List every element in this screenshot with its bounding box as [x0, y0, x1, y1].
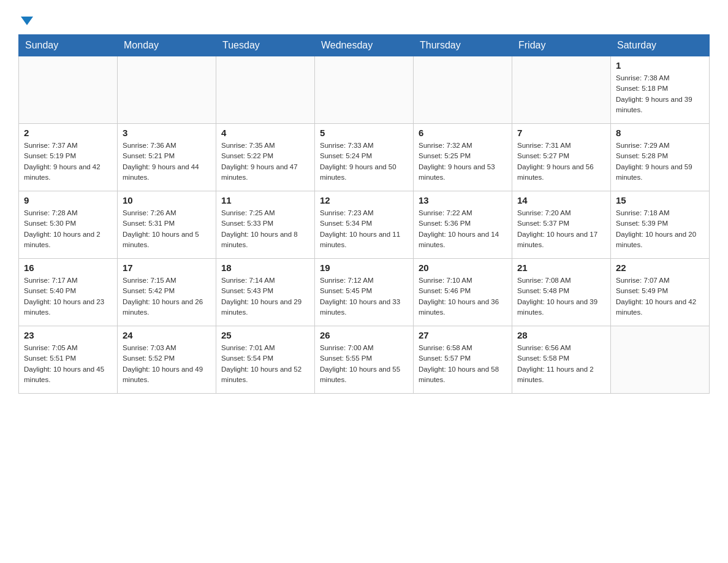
- calendar-cell: 25Sunrise: 7:01 AMSunset: 5:54 PMDayligh…: [216, 326, 315, 394]
- calendar-cell: [19, 56, 118, 124]
- day-number: 13: [419, 195, 507, 205]
- calendar-cell: 12Sunrise: 7:23 AMSunset: 5:34 PMDayligh…: [315, 191, 414, 259]
- calendar-cell: 22Sunrise: 7:07 AMSunset: 5:49 PMDayligh…: [611, 259, 710, 326]
- day-info: Sunrise: 7:33 AMSunset: 5:24 PMDaylight:…: [320, 140, 408, 183]
- day-number: 3: [123, 128, 211, 138]
- week-row-3: 9Sunrise: 7:28 AMSunset: 5:30 PMDaylight…: [19, 191, 710, 259]
- day-info: Sunrise: 7:22 AMSunset: 5:36 PMDaylight:…: [419, 208, 507, 250]
- logo: [18, 12, 33, 28]
- day-info: Sunrise: 7:17 AMSunset: 5:40 PMDaylight:…: [24, 275, 112, 318]
- calendar-cell: [216, 56, 315, 124]
- weekday-header-wednesday: Wednesday: [315, 35, 414, 56]
- day-number: 10: [123, 195, 211, 205]
- calendar-cell: 5Sunrise: 7:33 AMSunset: 5:24 PMDaylight…: [315, 124, 414, 191]
- calendar-cell: 21Sunrise: 7:08 AMSunset: 5:48 PMDayligh…: [512, 259, 611, 326]
- day-number: 11: [221, 195, 309, 205]
- day-info: Sunrise: 7:14 AMSunset: 5:43 PMDaylight:…: [221, 275, 309, 318]
- day-info: Sunrise: 7:00 AMSunset: 5:55 PMDaylight:…: [320, 343, 408, 385]
- calendar-cell: 2Sunrise: 7:37 AMSunset: 5:19 PMDaylight…: [19, 124, 118, 191]
- calendar-cell: 18Sunrise: 7:14 AMSunset: 5:43 PMDayligh…: [216, 259, 315, 326]
- day-info: Sunrise: 7:07 AMSunset: 5:49 PMDaylight:…: [616, 275, 704, 318]
- calendar-cell: 1Sunrise: 7:38 AMSunset: 5:18 PMDaylight…: [611, 56, 710, 124]
- day-number: 16: [24, 262, 112, 273]
- day-info: Sunrise: 7:23 AMSunset: 5:34 PMDaylight:…: [320, 208, 408, 250]
- page-header: [18, 12, 710, 28]
- calendar-cell: 14Sunrise: 7:20 AMSunset: 5:37 PMDayligh…: [512, 191, 611, 259]
- day-number: 27: [419, 330, 507, 340]
- day-number: 17: [123, 262, 211, 273]
- day-number: 14: [517, 195, 605, 205]
- weekday-header-row: SundayMondayTuesdayWednesdayThursdayFrid…: [19, 35, 710, 56]
- day-number: 19: [320, 262, 408, 273]
- calendar-cell: 15Sunrise: 7:18 AMSunset: 5:39 PMDayligh…: [611, 191, 710, 259]
- calendar-cell: 24Sunrise: 7:03 AMSunset: 5:52 PMDayligh…: [118, 326, 216, 394]
- weekday-header-sunday: Sunday: [19, 35, 118, 56]
- calendar-cell: 3Sunrise: 7:36 AMSunset: 5:21 PMDaylight…: [118, 124, 216, 191]
- calendar-cell: 28Sunrise: 6:56 AMSunset: 5:58 PMDayligh…: [512, 326, 611, 394]
- day-number: 21: [517, 262, 605, 273]
- day-number: 5: [320, 128, 408, 138]
- calendar-cell: 26Sunrise: 7:00 AMSunset: 5:55 PMDayligh…: [315, 326, 414, 394]
- day-info: Sunrise: 6:56 AMSunset: 5:58 PMDaylight:…: [517, 343, 605, 385]
- day-number: 24: [123, 330, 211, 340]
- day-info: Sunrise: 7:32 AMSunset: 5:25 PMDaylight:…: [419, 140, 507, 183]
- day-info: Sunrise: 7:26 AMSunset: 5:31 PMDaylight:…: [123, 208, 211, 250]
- day-info: Sunrise: 7:28 AMSunset: 5:30 PMDaylight:…: [24, 208, 112, 250]
- weekday-header-friday: Friday: [512, 35, 611, 56]
- weekday-header-thursday: Thursday: [414, 35, 512, 56]
- day-info: Sunrise: 7:15 AMSunset: 5:42 PMDaylight:…: [123, 275, 211, 318]
- day-info: Sunrise: 7:35 AMSunset: 5:22 PMDaylight:…: [221, 140, 309, 183]
- day-number: 12: [320, 195, 408, 205]
- calendar-cell: [414, 56, 512, 124]
- day-info: Sunrise: 7:20 AMSunset: 5:37 PMDaylight:…: [517, 208, 605, 250]
- calendar-cell: 6Sunrise: 7:32 AMSunset: 5:25 PMDaylight…: [414, 124, 512, 191]
- day-info: Sunrise: 7:10 AMSunset: 5:46 PMDaylight:…: [419, 275, 507, 318]
- day-number: 15: [616, 195, 704, 205]
- calendar-cell: 20Sunrise: 7:10 AMSunset: 5:46 PMDayligh…: [414, 259, 512, 326]
- calendar-cell: 16Sunrise: 7:17 AMSunset: 5:40 PMDayligh…: [19, 259, 118, 326]
- day-number: 4: [221, 128, 309, 138]
- week-row-5: 23Sunrise: 7:05 AMSunset: 5:51 PMDayligh…: [19, 326, 710, 394]
- logo-text: [18, 12, 33, 28]
- day-info: Sunrise: 7:18 AMSunset: 5:39 PMDaylight:…: [616, 208, 704, 250]
- day-info: Sunrise: 7:12 AMSunset: 5:45 PMDaylight:…: [320, 275, 408, 318]
- calendar-cell: 11Sunrise: 7:25 AMSunset: 5:33 PMDayligh…: [216, 191, 315, 259]
- day-number: 22: [616, 262, 704, 273]
- calendar-cell: 23Sunrise: 7:05 AMSunset: 5:51 PMDayligh…: [19, 326, 118, 394]
- week-row-2: 2Sunrise: 7:37 AMSunset: 5:19 PMDaylight…: [19, 124, 710, 191]
- calendar-cell: [118, 56, 216, 124]
- day-number: 6: [419, 128, 507, 138]
- day-info: Sunrise: 7:31 AMSunset: 5:27 PMDaylight:…: [517, 140, 605, 183]
- day-number: 1: [616, 60, 704, 71]
- day-number: 28: [517, 330, 605, 340]
- day-number: 25: [221, 330, 309, 340]
- day-number: 20: [419, 262, 507, 273]
- weekday-header-tuesday: Tuesday: [216, 35, 315, 56]
- day-number: 8: [616, 128, 704, 138]
- week-row-1: 1Sunrise: 7:38 AMSunset: 5:18 PMDaylight…: [19, 56, 710, 124]
- day-info: Sunrise: 7:38 AMSunset: 5:18 PMDaylight:…: [616, 73, 704, 115]
- day-info: Sunrise: 7:36 AMSunset: 5:21 PMDaylight:…: [123, 140, 211, 183]
- calendar-cell: [611, 326, 710, 394]
- day-info: Sunrise: 7:05 AMSunset: 5:51 PMDaylight:…: [24, 343, 112, 385]
- day-number: 7: [517, 128, 605, 138]
- calendar-cell: 13Sunrise: 7:22 AMSunset: 5:36 PMDayligh…: [414, 191, 512, 259]
- calendar-cell: [512, 56, 611, 124]
- day-info: Sunrise: 7:01 AMSunset: 5:54 PMDaylight:…: [221, 343, 309, 385]
- calendar-table: SundayMondayTuesdayWednesdayThursdayFrid…: [18, 34, 710, 394]
- day-info: Sunrise: 7:03 AMSunset: 5:52 PMDaylight:…: [123, 343, 211, 385]
- calendar-cell: 7Sunrise: 7:31 AMSunset: 5:27 PMDaylight…: [512, 124, 611, 191]
- day-info: Sunrise: 7:37 AMSunset: 5:19 PMDaylight:…: [24, 140, 112, 183]
- calendar-cell: 17Sunrise: 7:15 AMSunset: 5:42 PMDayligh…: [118, 259, 216, 326]
- day-number: 18: [221, 262, 309, 273]
- calendar-cell: 10Sunrise: 7:26 AMSunset: 5:31 PMDayligh…: [118, 191, 216, 259]
- day-info: Sunrise: 6:58 AMSunset: 5:57 PMDaylight:…: [419, 343, 507, 385]
- calendar-cell: 9Sunrise: 7:28 AMSunset: 5:30 PMDaylight…: [19, 191, 118, 259]
- day-info: Sunrise: 7:25 AMSunset: 5:33 PMDaylight:…: [221, 208, 309, 250]
- calendar-cell: 8Sunrise: 7:29 AMSunset: 5:28 PMDaylight…: [611, 124, 710, 191]
- day-number: 26: [320, 330, 408, 340]
- day-info: Sunrise: 7:29 AMSunset: 5:28 PMDaylight:…: [616, 140, 704, 183]
- calendar-cell: 4Sunrise: 7:35 AMSunset: 5:22 PMDaylight…: [216, 124, 315, 191]
- calendar-cell: [315, 56, 414, 124]
- day-number: 2: [24, 128, 112, 138]
